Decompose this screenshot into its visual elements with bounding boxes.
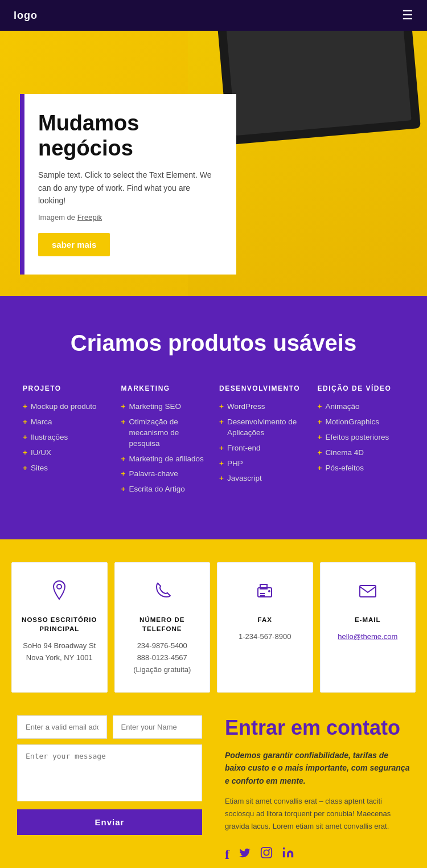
list-item: Marketing SEO [121,402,208,412]
hamburger-menu-icon[interactable]: ☰ [402,8,413,23]
form-top-row [17,715,202,739]
list-item: Pós-efeitos [318,463,405,474]
form-contact-grid: Enviar Entrar em contato Podemos garanti… [17,715,410,863]
freepik-link[interactable]: Freepik [77,213,102,222]
hero-image-credit: Imagem de Freepik [38,213,218,222]
list-item: Palavra-chave [121,469,208,480]
fax-icon [227,579,303,607]
list-item: Marketing de afiliados [121,454,208,465]
list-item: Front-end [219,443,306,454]
svg-rect-7 [261,847,272,858]
header: logo ☰ [0,0,427,31]
list-item: Marca [23,417,110,428]
service-col-title-1: MARKETING [121,384,208,392]
contact-card-office-detail: SoHo 94 Broadway St Nova York, NY 1001 [21,640,98,664]
service-col-list-1: Marketing SEO Otimização de mecanismo de… [121,402,208,495]
contact-card-email: E-MAIL hello@theme.com [320,562,416,693]
email-icon [330,579,407,607]
list-item: IU/UX [23,448,110,458]
services-heading: Criamos produtos usáveis [23,330,404,356]
svg-point-9 [269,849,270,851]
svg-point-10 [283,847,285,850]
contact-card-phone-title: NÚMERO DE TELEFONE [124,615,201,633]
service-col-list-3: Animação MotionGraphics Efeitos posterio… [318,402,405,473]
name-input[interactable] [113,715,203,739]
instagram-icon[interactable] [260,846,273,862]
service-column-marketing: MARKETING Marketing SEO Otimização de me… [121,384,208,499]
submit-button[interactable]: Enviar [17,809,202,835]
hero-accent-bar [20,94,24,275]
svg-rect-6 [360,586,376,597]
list-item: Mockup do produto [23,402,110,412]
contact-card-phone: NÚMERO DE TELEFONE 234-9876-5400 888-012… [114,562,211,693]
contact-card-fax-detail: 1-234-567-8900 [227,631,303,643]
contact-description: Etiam sit amet convallis erat – class ap… [225,795,410,833]
contact-card-phone-detail: 234-9876-5400 888-0123-4567 (Ligação gra… [124,640,201,675]
contact-card-email-link[interactable]: hello@theme.com [338,632,397,641]
list-item: Animação [318,402,405,412]
location-icon [21,579,98,607]
linkedin-icon[interactable] [282,846,294,862]
message-textarea[interactable] [17,744,202,801]
list-item: MotionGraphics [318,417,405,428]
hero-cta-button[interactable]: saber mais [38,233,110,256]
social-icons: f [225,846,410,862]
hero-card: Mudamos negócios Sample text. Click to s… [20,94,236,275]
twitter-icon[interactable] [239,846,251,862]
contact-card-email-title: E-MAIL [330,615,407,624]
logo: logo [14,10,38,22]
contact-cards-wrapper: NOSSO ESCRITÓRIO PRINCIPAL SoHo 94 Broad… [11,539,416,693]
email-input[interactable] [17,715,107,739]
service-col-title-3: EDIÇÃO DE VÍDEO [318,384,405,392]
list-item: WordPress [219,402,306,412]
service-col-list-0: Mockup do produto Marca Ilustrações IU/U… [23,402,110,473]
service-col-title-0: PROJETO [23,384,110,392]
hero-description: Sample text. Click to select the Text El… [38,169,218,207]
list-item: Efeitos posteriores [318,432,405,443]
list-item: Ilustrações [23,432,110,443]
svg-point-8 [264,850,269,855]
list-item: PHP [219,458,306,469]
contact-card-fax-title: FAX [227,615,303,624]
service-col-list-2: WordPress Desenvolvimento de Aplicações … [219,402,306,484]
services-section: Criamos produtos usáveis PROJETO Mockup … [0,296,427,539]
service-column-projeto: PROJETO Mockup do produto Marca Ilustraç… [23,384,110,499]
phone-icon [124,579,201,607]
service-col-title-2: DESENVOLVIMENTO [219,384,306,392]
facebook-icon[interactable]: f [225,847,229,862]
list-item: Javascript [219,473,306,484]
contact-card-fax: FAX 1-234-567-8900 [217,562,313,693]
contact-cards-section: NOSSO ESCRITÓRIO PRINCIPAL SoHo 94 Broad… [0,539,427,693]
contact-card-office: NOSSO ESCRITÓRIO PRINCIPAL SoHo 94 Broad… [11,562,108,693]
contact-card-office-title: NOSSO ESCRITÓRIO PRINCIPAL [21,615,98,633]
form-left: Enviar [17,715,202,835]
service-column-desenvolvimento: DESENVOLVIMENTO WordPress Desenvolviment… [219,384,306,499]
list-item: Cinema 4D [318,448,405,458]
hero-section: Mudamos negócios Sample text. Click to s… [0,0,427,296]
form-right: Entrar em contato Podemos garantir confi… [225,715,410,863]
contact-tagline: Podemos garantir confiabilidade, tarifas… [225,749,410,787]
list-item: Escrita do Artigo [121,484,208,495]
list-item: Desenvolvimento de Aplicações [219,417,306,439]
svg-point-0 [57,584,61,589]
list-item: Otimização de mecanismo de pesquisa [121,417,208,449]
list-item: Sites [23,463,110,474]
service-column-video: EDIÇÃO DE VÍDEO Animação MotionGraphics … [318,384,405,499]
contact-heading: Entrar em contato [225,715,410,740]
services-grid: PROJETO Mockup do produto Marca Ilustraç… [23,384,404,499]
svg-point-3 [268,590,270,592]
hero-title: Mudamos negócios [38,111,218,161]
